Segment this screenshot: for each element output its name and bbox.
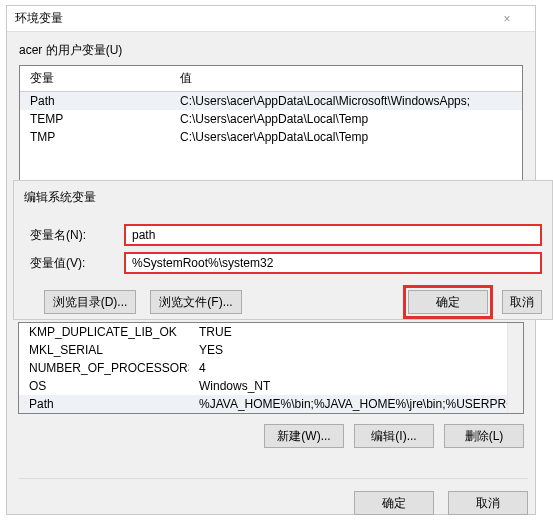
- table-row[interactable]: Path C:\Users\acer\AppData\Local\Microso…: [20, 92, 522, 110]
- system-vars-table[interactable]: KMP_DUPLICATE_LIB_OK TRUE MKL_SERIAL YES…: [18, 322, 524, 414]
- cell-name: KMP_DUPLICATE_LIB_OK: [19, 323, 189, 341]
- cell-value: 4: [189, 359, 523, 377]
- new-button[interactable]: 新建(W)...: [264, 424, 344, 448]
- cell-name: OS: [19, 377, 189, 395]
- titlebar: 环境变量 ×: [7, 6, 535, 32]
- window-title: 环境变量: [15, 10, 63, 27]
- cancel-button[interactable]: 取消: [448, 491, 528, 515]
- cell-value: .COM;.EXE;.BAT;.CMD;.VBS;.VBE;.JS;.JSE;.…: [189, 413, 523, 414]
- edit-button[interactable]: 编辑(I)...: [354, 424, 434, 448]
- cell-name: MKL_SERIAL: [19, 341, 189, 359]
- scrollbar[interactable]: [507, 323, 523, 413]
- dialog-title: 编辑系统变量: [14, 185, 552, 218]
- system-vars-buttons: 新建(W)... 编辑(I)... 删除(L): [18, 424, 524, 448]
- cell-value: YES: [189, 341, 523, 359]
- var-name-input[interactable]: [124, 224, 542, 246]
- table-row[interactable]: TEMP C:\Users\acer\AppData\Local\Temp: [20, 110, 522, 128]
- cell-value: %JAVA_HOME%\bin;%JAVA_HOME%\jre\bin;%USE…: [189, 395, 523, 413]
- cell-value: C:\Users\acer\AppData\Local\Temp: [170, 110, 522, 128]
- cell-value: Windows_NT: [189, 377, 523, 395]
- cell-name: NUMBER_OF_PROCESSORS: [19, 359, 189, 377]
- table-row[interactable]: Path %JAVA_HOME%\bin;%JAVA_HOME%\jre\bin…: [19, 395, 523, 413]
- table-row[interactable]: OS Windows_NT: [19, 377, 523, 395]
- table-row[interactable]: NUMBER_OF_PROCESSORS 4: [19, 359, 523, 377]
- cell-name: Path: [20, 92, 170, 110]
- var-name-label: 变量名(N):: [24, 227, 124, 244]
- cell-name: PATHEXT: [19, 413, 189, 414]
- edit-system-variable-dialog: 编辑系统变量 变量名(N): 变量值(V): 浏览目录(D)... 浏览文件(F…: [13, 180, 553, 320]
- var-value-label: 变量值(V):: [24, 255, 124, 272]
- user-vars-label: acer 的用户变量(U): [7, 32, 535, 65]
- browse-dir-button[interactable]: 浏览目录(D)...: [44, 290, 136, 314]
- cell-value: C:\Users\acer\AppData\Local\Microsoft\Wi…: [170, 92, 522, 110]
- dialog-bottom-buttons: 确定 取消: [18, 478, 528, 515]
- table-header: 变量 值: [20, 66, 522, 92]
- cell-name: Path: [19, 395, 189, 413]
- cell-value: C:\Users\acer\AppData\Local\Temp: [170, 128, 522, 146]
- table-row[interactable]: TMP C:\Users\acer\AppData\Local\Temp: [20, 128, 522, 146]
- col-value[interactable]: 值: [170, 66, 522, 91]
- cell-name: TMP: [20, 128, 170, 146]
- ok-button[interactable]: 确定: [408, 290, 488, 314]
- delete-button[interactable]: 删除(L): [444, 424, 524, 448]
- cell-value: TRUE: [189, 323, 523, 341]
- var-value-input[interactable]: [124, 252, 542, 274]
- table-row[interactable]: MKL_SERIAL YES: [19, 341, 523, 359]
- cancel-button[interactable]: 取消: [502, 290, 542, 314]
- user-vars-table[interactable]: 变量 值 Path C:\Users\acer\AppData\Local\Mi…: [19, 65, 523, 187]
- ok-button[interactable]: 确定: [354, 491, 434, 515]
- close-icon[interactable]: ×: [487, 12, 527, 26]
- table-row[interactable]: KMP_DUPLICATE_LIB_OK TRUE: [19, 323, 523, 341]
- cell-name: TEMP: [20, 110, 170, 128]
- col-name[interactable]: 变量: [20, 66, 170, 91]
- browse-file-button[interactable]: 浏览文件(F)...: [150, 290, 242, 314]
- table-row[interactable]: PATHEXT .COM;.EXE;.BAT;.CMD;.VBS;.VBE;.J…: [19, 413, 523, 414]
